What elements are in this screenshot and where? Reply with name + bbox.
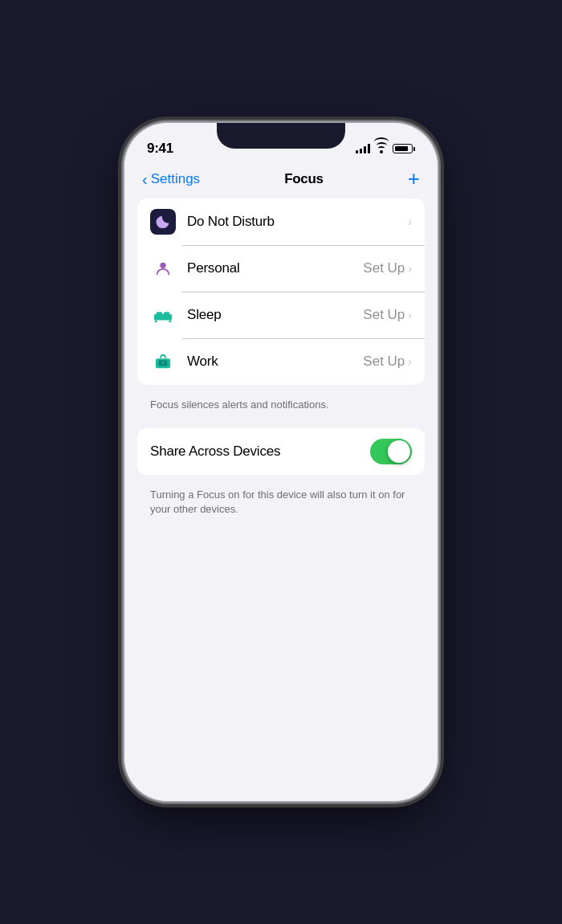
back-label: Settings xyxy=(151,171,200,187)
dnd-label: Do Not Disturb xyxy=(187,214,275,230)
person-icon xyxy=(154,260,172,277)
work-setup-label: Set Up xyxy=(363,354,405,370)
svg-rect-4 xyxy=(155,321,157,323)
bed-icon xyxy=(153,306,173,324)
back-chevron-icon: ‹ xyxy=(142,171,148,187)
work-right: Set Up › xyxy=(363,354,412,370)
work-content: Work Set Up › xyxy=(187,354,412,370)
list-description: Focus silences alerts and notifications. xyxy=(137,391,425,412)
dnd-icon-container xyxy=(150,209,176,235)
work-label: Work xyxy=(187,354,218,370)
add-button[interactable]: + xyxy=(408,168,420,189)
screen: 9:41 ‹ xyxy=(124,123,438,801)
sleep-label: Sleep xyxy=(187,307,221,323)
focus-item-personal[interactable]: Personal Set Up › xyxy=(137,245,425,292)
sleep-right: Set Up › xyxy=(363,307,412,323)
toggle-knob xyxy=(388,440,410,463)
sleep-icon-container xyxy=(150,302,176,328)
dnd-right: › xyxy=(408,215,412,228)
svg-rect-3 xyxy=(164,312,169,316)
focus-item-sleep[interactable]: Sleep Set Up › xyxy=(137,292,425,338)
svg-rect-2 xyxy=(157,312,162,316)
personal-content: Personal Set Up › xyxy=(187,260,412,276)
focus-item-work[interactable]: Work Set Up › xyxy=(137,338,425,385)
notch xyxy=(217,123,345,149)
phone-frame: 9:41 ‹ xyxy=(124,123,438,801)
personal-setup-label: Set Up xyxy=(363,260,405,276)
dnd-chevron-icon: › xyxy=(408,215,412,228)
nav-bar: ‹ Settings Focus + xyxy=(124,163,438,198)
sleep-content: Sleep Set Up › xyxy=(187,307,412,323)
back-button[interactable]: ‹ Settings xyxy=(142,171,200,187)
focus-list-card: Do Not Disturb › Per xyxy=(137,198,425,385)
work-icon-container xyxy=(150,349,176,374)
wifi-icon xyxy=(375,144,388,153)
battery-icon xyxy=(393,144,415,153)
personal-right: Set Up › xyxy=(363,260,412,276)
personal-label: Personal xyxy=(187,260,240,276)
share-devices-card: Share Across Devices xyxy=(137,428,425,475)
briefcase-icon xyxy=(154,353,172,370)
personal-chevron-icon: › xyxy=(408,262,412,275)
svg-rect-5 xyxy=(169,321,171,323)
page-title: Focus xyxy=(284,171,324,187)
svg-rect-7 xyxy=(161,358,165,359)
toggle-description: Turning a Focus on for this device will … xyxy=(137,481,425,517)
share-devices-toggle[interactable] xyxy=(370,439,412,464)
personal-icon-container xyxy=(150,256,176,281)
share-devices-label: Share Across Devices xyxy=(150,444,280,460)
svg-point-0 xyxy=(160,263,165,268)
focus-item-dnd[interactable]: Do Not Disturb › xyxy=(137,198,425,245)
status-time: 9:41 xyxy=(147,141,173,157)
dnd-content: Do Not Disturb › xyxy=(187,214,412,230)
sleep-chevron-icon: › xyxy=(408,309,412,321)
signal-bars-icon xyxy=(356,144,370,153)
sleep-setup-label: Set Up xyxy=(363,307,405,323)
moon-icon xyxy=(155,214,171,230)
work-chevron-icon: › xyxy=(408,355,412,368)
svg-point-9 xyxy=(162,362,165,364)
content-area: Do Not Disturb › Per xyxy=(124,198,438,517)
status-icons xyxy=(356,144,415,153)
